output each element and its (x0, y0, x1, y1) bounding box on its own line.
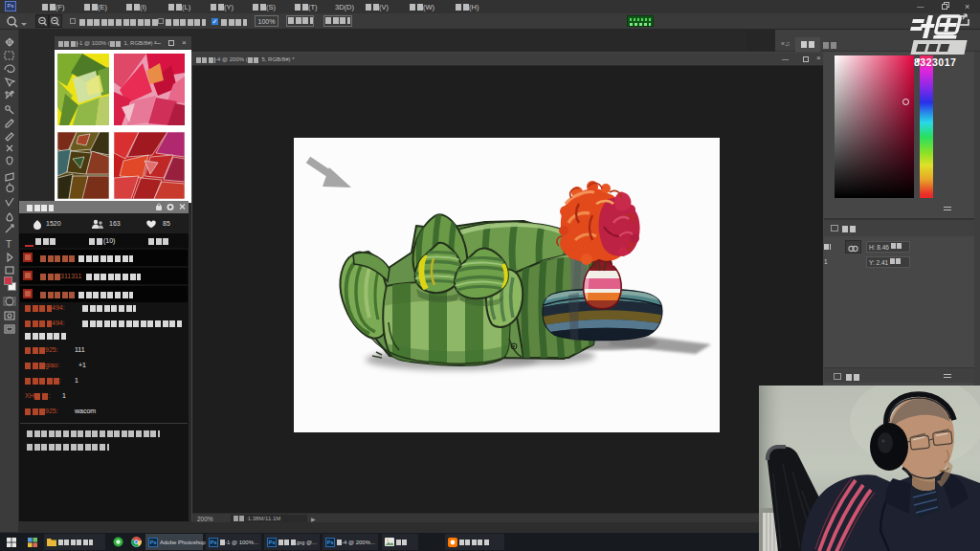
svg-text:T: T (6, 239, 11, 250)
